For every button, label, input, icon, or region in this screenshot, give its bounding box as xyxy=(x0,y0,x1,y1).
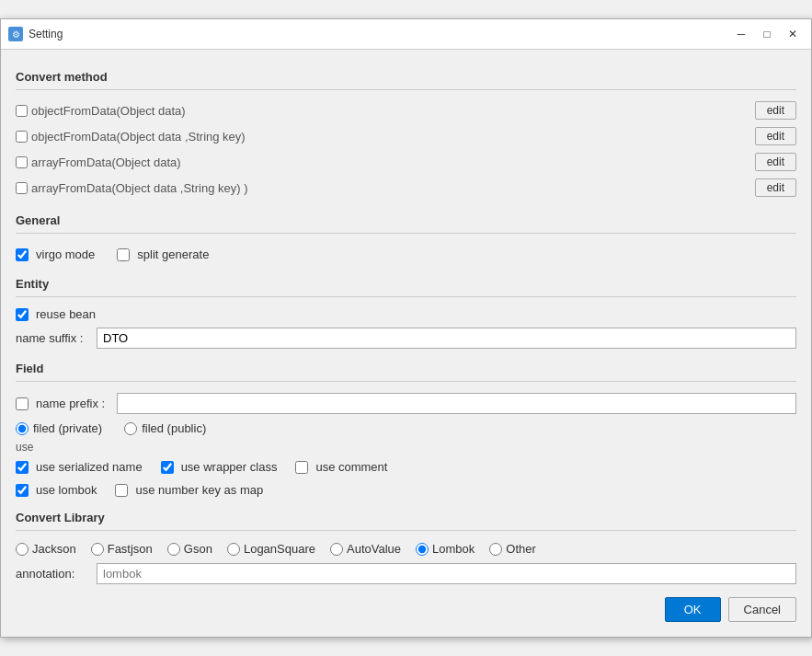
use-lombok-label[interactable]: use lombok xyxy=(36,483,97,497)
library-jackson-radio[interactable] xyxy=(16,543,29,556)
annotation-input[interactable] xyxy=(97,563,796,584)
library-lombok-label[interactable]: Lombok xyxy=(416,542,475,556)
library-fastjson-radio[interactable] xyxy=(91,543,104,556)
use-lombok-checkbox[interactable] xyxy=(16,484,29,497)
use-number-key-row: use number key as map xyxy=(115,480,263,500)
window-title: Setting xyxy=(29,28,725,40)
use-comment-row: use comment xyxy=(295,457,387,477)
use-serialized-name-row: use serialized name xyxy=(16,457,143,477)
convert-method-checkbox-2[interactable] xyxy=(16,156,28,168)
library-fastjson-label[interactable]: Fastjson xyxy=(91,542,153,556)
library-other-label[interactable]: Other xyxy=(489,542,536,556)
virgo-mode-row: virgo mode xyxy=(16,245,95,264)
name-prefix-checkbox-row: name prefix : xyxy=(16,394,109,413)
split-generate-row: split generate xyxy=(117,245,209,264)
name-prefix-row: name prefix : xyxy=(16,389,796,418)
virgo-mode-checkbox[interactable] xyxy=(16,248,29,261)
entity-divider xyxy=(16,296,796,297)
library-autovalue-radio[interactable] xyxy=(330,543,343,556)
filed-public-label[interactable]: filed (public) xyxy=(124,421,206,435)
edit-button-1[interactable]: edit xyxy=(755,127,796,145)
use-comment-label[interactable]: use comment xyxy=(315,460,387,474)
setting-window: ⚙ Setting ─ □ ✕ Convert method objectFro… xyxy=(0,18,812,638)
use-wrapper-class-checkbox[interactable] xyxy=(161,461,174,474)
library-logansquare-radio[interactable] xyxy=(227,543,240,556)
name-prefix-label[interactable]: name prefix : xyxy=(36,397,109,410)
general-section-title: General xyxy=(16,213,796,227)
field-divider xyxy=(16,381,796,382)
virgo-mode-label[interactable]: virgo mode xyxy=(36,247,95,261)
ok-button[interactable]: OK xyxy=(665,597,721,622)
filed-private-label[interactable]: filed (private) xyxy=(16,421,102,435)
annotation-row: annotation: xyxy=(16,559,796,588)
use-row-2: use lombok use number key as map xyxy=(16,478,796,501)
convert-method-divider xyxy=(16,89,796,90)
use-wrapper-class-row: use wrapper class xyxy=(161,457,278,477)
name-suffix-row: name suffix : xyxy=(16,324,796,352)
use-lombok-row: use lombok xyxy=(16,480,97,500)
reuse-bean-row: reuse bean xyxy=(16,305,796,324)
convert-library-radio-row: Jackson Fastjson Gson LoganSquare AutoVa… xyxy=(16,538,796,559)
convert-library-section-title: Convert Library xyxy=(16,511,796,524)
entity-section-title: Entity xyxy=(16,277,796,291)
name-prefix-input[interactable] xyxy=(117,393,796,414)
convert-method-checkbox-3[interactable] xyxy=(16,182,28,194)
name-prefix-checkbox[interactable] xyxy=(16,397,29,410)
convert-method-row-2: arrayFromData(Object data) edit xyxy=(16,149,796,175)
library-jackson-label[interactable]: Jackson xyxy=(16,542,76,556)
filed-public-radio[interactable] xyxy=(124,422,137,435)
title-bar: ⚙ Setting ─ □ ✕ xyxy=(1,19,811,50)
library-logansquare-label[interactable]: LoganSquare xyxy=(227,542,315,556)
use-number-key-checkbox[interactable] xyxy=(115,484,128,497)
edit-button-2[interactable]: edit xyxy=(755,153,796,171)
convert-method-label-2: arrayFromData(Object data) xyxy=(28,155,755,169)
field-section-title: Field xyxy=(16,362,796,375)
library-other-radio[interactable] xyxy=(489,543,502,556)
reuse-bean-checkbox[interactable] xyxy=(16,308,29,321)
window-icon: ⚙ xyxy=(8,27,23,41)
split-generate-label[interactable]: split generate xyxy=(137,247,209,261)
use-wrapper-class-label[interactable]: use wrapper class xyxy=(181,460,278,474)
use-comment-checkbox[interactable] xyxy=(295,461,308,474)
use-number-key-label[interactable]: use number key as map xyxy=(135,483,263,497)
maximize-button[interactable]: □ xyxy=(756,25,778,43)
button-row: OK Cancel xyxy=(16,588,796,626)
title-bar-controls: ─ □ ✕ xyxy=(730,25,804,43)
edit-button-3[interactable]: edit xyxy=(755,178,796,197)
use-row-1: use serialized name use wrapper class us… xyxy=(16,455,796,478)
library-lombok-radio[interactable] xyxy=(416,543,429,556)
convert-method-row-0: objectFromData(Object data) edit xyxy=(16,98,796,123)
use-serialized-name-checkbox[interactable] xyxy=(16,461,29,474)
convert-method-label-3: arrayFromData(Object data ,String key) ) xyxy=(28,181,755,195)
library-gson-radio[interactable] xyxy=(167,543,180,556)
reuse-bean-label[interactable]: reuse bean xyxy=(36,307,96,321)
edit-button-0[interactable]: edit xyxy=(755,101,796,120)
convert-method-checkbox-0[interactable] xyxy=(16,105,28,117)
use-section-label: use xyxy=(16,441,796,454)
library-autovalue-label[interactable]: AutoValue xyxy=(330,542,401,556)
convert-method-row-1: objectFromData(Object data ,String key) … xyxy=(16,123,796,149)
main-content: Convert method objectFromData(Object dat… xyxy=(1,50,811,637)
convert-method-checkbox-1[interactable] xyxy=(16,131,28,143)
library-gson-label[interactable]: Gson xyxy=(167,542,212,556)
cancel-button[interactable]: Cancel xyxy=(728,597,796,622)
filed-type-row: filed (private) filed (public) xyxy=(16,418,796,439)
use-serialized-name-label[interactable]: use serialized name xyxy=(36,460,143,474)
name-suffix-input[interactable] xyxy=(97,328,796,349)
convert-method-label-1: objectFromData(Object data ,String key) xyxy=(28,130,755,144)
convert-method-section-title: Convert method xyxy=(16,70,796,84)
split-generate-checkbox[interactable] xyxy=(117,248,130,261)
close-button[interactable]: ✕ xyxy=(782,25,804,43)
name-suffix-label: name suffix : xyxy=(16,331,89,345)
convert-library-divider xyxy=(16,530,796,531)
convert-method-row-3: arrayFromData(Object data ,String key) )… xyxy=(16,175,796,201)
annotation-label: annotation: xyxy=(16,567,89,581)
filed-private-radio[interactable] xyxy=(16,422,29,435)
minimize-button[interactable]: ─ xyxy=(730,25,752,43)
convert-method-label-0: objectFromData(Object data) xyxy=(28,104,755,118)
general-divider xyxy=(16,233,796,234)
general-row: virgo mode split generate xyxy=(16,241,796,268)
